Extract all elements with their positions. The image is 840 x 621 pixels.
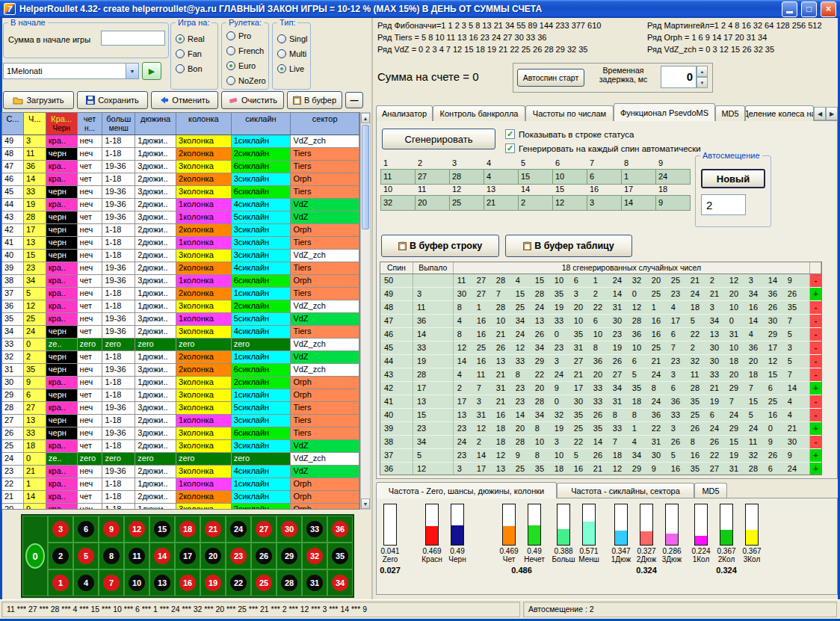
- checkbox-box[interactable]: ✓: [505, 143, 515, 153]
- radio-euro[interactable]: Euro: [226, 59, 268, 72]
- profile-combobox[interactable]: 1Melonati ▼: [3, 63, 139, 79]
- undo-button[interactable]: Отменить: [151, 91, 218, 109]
- felt-cell-28[interactable]: 28: [277, 569, 302, 596]
- history-row[interactable]: 3424чернчет19-362дюжи..3колонка4сиклайнT…: [2, 326, 359, 339]
- felt-cell-27[interactable]: 27: [251, 516, 277, 543]
- felt-cell-1[interactable]: 1: [48, 569, 73, 596]
- felt-cell-30[interactable]: 30: [277, 516, 302, 543]
- felt-cell-21[interactable]: 21: [200, 516, 226, 543]
- felt-cell-26[interactable]: 26: [251, 543, 277, 569]
- tab-wheel-division[interactable]: Деление колеса на: [745, 105, 814, 121]
- felt-cell-18[interactable]: 18: [175, 516, 200, 543]
- tab-psevdoms[interactable]: Функционал PsevdoMS: [614, 103, 715, 121]
- chevron-down-icon[interactable]: ▼: [126, 64, 138, 78]
- history-row[interactable]: 3923кра..неч19-362дюжи..2колонка4сиклайн…: [2, 262, 359, 275]
- new-button[interactable]: Новый: [701, 169, 765, 188]
- felt-cell-22[interactable]: 22: [226, 569, 251, 596]
- clear-button[interactable]: Очистить: [221, 91, 284, 109]
- save-button[interactable]: Сохранить: [77, 91, 148, 109]
- generate-button[interactable]: Сгенерировать: [382, 129, 495, 149]
- history-scrollbar[interactable]: ▲ ▼: [360, 112, 371, 510]
- felt-cell-24[interactable]: 24: [226, 516, 251, 543]
- history-row[interactable]: 4533черннеч19-363дюжи..3колонка6сиклайнT…: [2, 186, 359, 199]
- history-row[interactable]: 4811черннеч1-181дюжи..2колонка2сиклайнTi…: [2, 148, 359, 161]
- checkbox-show-status[interactable]: ✓ Показывать в строке статуса: [505, 129, 634, 139]
- history-row[interactable]: 4328чернчет19-363дюжи..1колонка5сиклайнV…: [2, 211, 359, 224]
- history-row[interactable]: 4736кра..чет19-363дюжи..3колонка6сиклайн…: [2, 161, 359, 173]
- collapse-button[interactable]: —: [345, 92, 363, 108]
- generated-row[interactable]: 46148162124260351023361662213314295-: [380, 328, 821, 342]
- generated-row[interactable]: 392323121820819253533122326242924021+: [380, 422, 821, 436]
- radio-real[interactable]: Real: [176, 32, 217, 46]
- history-row[interactable]: 2114кра..чет1-182дюжи..2колонка3сиклайнO…: [2, 491, 359, 504]
- felt-cell-10[interactable]: 10: [124, 569, 149, 596]
- felt-cell-13[interactable]: 13: [149, 569, 175, 596]
- spinner-down-icon[interactable]: ▼: [697, 77, 708, 88]
- radio-bon[interactable]: Bon: [176, 62, 217, 75]
- history-row[interactable]: 2321кра..неч19-362дюжи..3колонка4сиклайн…: [2, 466, 359, 478]
- generated-row[interactable]: 50112728415106124322025212123149-: [380, 274, 821, 288]
- history-row[interactable]: 3612кра..чет1-181дюжи..3колонка2сиклайнV…: [2, 300, 359, 313]
- history-row[interactable]: 240ze..zerozerozerozerozeroVdZ_zch: [2, 453, 359, 466]
- spinner-up-icon[interactable]: ▲: [697, 66, 708, 77]
- felt-cell-2[interactable]: 2: [48, 543, 73, 569]
- history-row[interactable]: 209кра..неч1-181дюжи..3колонка2сиклайнOr…: [2, 504, 359, 510]
- radio-nozero[interactable]: NoZero: [226, 74, 268, 87]
- felt-cell-23[interactable]: 23: [226, 543, 251, 569]
- freq-tab-md5[interactable]: MD5: [694, 483, 727, 498]
- generated-row[interactable]: 4419141613332932736266212332301820125-: [380, 355, 821, 368]
- history-row[interactable]: 3135черннеч19-363дюжи..2колонка6сиклайнV…: [2, 364, 359, 377]
- felt-cell-9[interactable]: 9: [99, 516, 124, 543]
- delay-value[interactable]: 0: [661, 66, 697, 88]
- autospin-button[interactable]: Автоспин старт: [517, 69, 584, 87]
- generated-row[interactable]: 453312252612342331819102572301036173-: [380, 342, 821, 355]
- begin-sum-input[interactable]: [101, 31, 165, 46]
- radio-french[interactable]: French: [226, 44, 268, 58]
- copy-buffer-button[interactable]: В буфер: [287, 91, 342, 109]
- radio-multi[interactable]: Multi: [277, 47, 310, 61]
- play-button[interactable]: ▶: [142, 62, 161, 80]
- history-row[interactable]: 3525кра..неч19-363дюжи..1колонка5сиклайн…: [2, 313, 359, 326]
- checkbox-autogenerate[interactable]: ✓ Генерировать на каждый спин автоматиче…: [505, 143, 701, 153]
- history-row[interactable]: 375кра..неч1-181дюжи..2колонка1сиклайнTi…: [2, 288, 359, 300]
- felt-cell-7[interactable]: 7: [99, 569, 124, 596]
- felt-cell-5[interactable]: 5: [73, 543, 99, 569]
- close-button[interactable]: ×: [821, 1, 836, 17]
- felt-cell-15[interactable]: 15: [149, 516, 175, 543]
- felt-cell-11[interactable]: 11: [124, 543, 149, 569]
- generated-row[interactable]: 3752314129810526183430516221932269+: [380, 449, 821, 463]
- history-row[interactable]: 4614кра..чет1-182дюжи..2колонка3сиклайнO…: [2, 173, 359, 186]
- generated-row[interactable]: 40151331161434323526883633256245164-: [380, 409, 821, 422]
- felt-cell-35[interactable]: 35: [327, 543, 353, 569]
- generated-row[interactable]: 3834242182810322147431268261511930-: [380, 436, 821, 449]
- radio-fan[interactable]: Fan: [176, 47, 217, 61]
- history-row[interactable]: 330ze..zerozerozerozerozeroVdZ_zch: [2, 339, 359, 351]
- felt-cell-16[interactable]: 16: [175, 569, 200, 596]
- felt-cell-29[interactable]: 29: [277, 543, 302, 569]
- generated-row[interactable]: 411317321232803033311824363519715254-: [380, 395, 821, 409]
- history-row[interactable]: 309кра..неч1-181дюжи..3колонка2сиклайнOr…: [2, 377, 359, 389]
- history-row[interactable]: 3834кра..чет19-363дюжи..1колонка6сиклайн…: [2, 275, 359, 288]
- generated-row[interactable]: 3612317132535181621122991635273128624+: [380, 463, 821, 475]
- felt-cell-31[interactable]: 31: [302, 569, 327, 596]
- tab-scroll-right-icon[interactable]: ▶: [826, 107, 838, 120]
- history-row[interactable]: 2713черннеч1-182дюжи..1колонка3сиклайнTi…: [2, 415, 359, 427]
- history-row[interactable]: 2633черннеч19-363дюжи..3колонка6сиклайнT…: [2, 427, 359, 440]
- felt-cell-20[interactable]: 20: [200, 543, 226, 569]
- history-row[interactable]: 4113черннеч1-182дюжи..1колонка3сиклайнTi…: [2, 237, 359, 250]
- copy-row-button[interactable]: В буфер строку: [381, 235, 499, 257]
- radio-pro[interactable]: Pro: [226, 29, 268, 43]
- felt-cell-36[interactable]: 36: [327, 516, 353, 543]
- felt-cell-3[interactable]: 3: [48, 516, 73, 543]
- felt-cell-8[interactable]: 8: [99, 543, 124, 569]
- history-row[interactable]: 296чернчет1-181дюжи..3колонка1сиклайнOrp…: [2, 389, 359, 402]
- felt-cell-14[interactable]: 14: [149, 543, 175, 569]
- maximize-button[interactable]: □: [801, 1, 817, 17]
- tab-md5[interactable]: MD5: [715, 105, 745, 121]
- generated-row[interactable]: 47364161034133310630281617534014307-: [380, 315, 821, 328]
- tab-scroll-left-icon[interactable]: ◀: [814, 107, 826, 120]
- load-button[interactable]: Загрузить: [3, 91, 74, 109]
- felt-cell-6[interactable]: 6: [73, 516, 99, 543]
- felt-cell-25[interactable]: 25: [251, 569, 277, 596]
- tab-number-frequencies[interactable]: Частоты по числам: [525, 105, 614, 121]
